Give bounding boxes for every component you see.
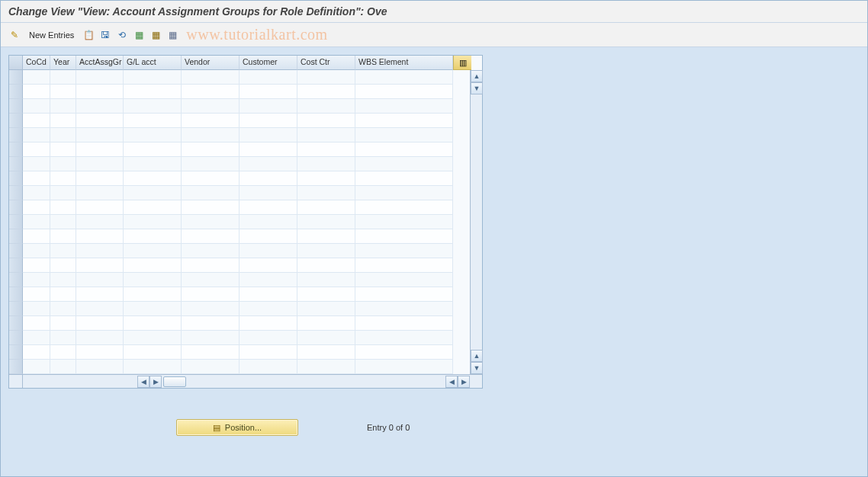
scroll-up-button[interactable]: ▲ — [471, 70, 483, 82]
cell[interactable] — [23, 70, 50, 85]
cell[interactable] — [355, 171, 453, 186]
col-header-customer[interactable]: Customer — [240, 56, 297, 70]
cell[interactable] — [182, 244, 240, 258]
row-selector[interactable] — [9, 244, 23, 258]
select-all-button[interactable] — [131, 27, 146, 43]
cell[interactable] — [124, 244, 182, 258]
row-selector[interactable] — [9, 316, 23, 331]
cell[interactable] — [297, 302, 355, 316]
cell[interactable] — [23, 316, 50, 331]
cell[interactable] — [50, 360, 76, 374]
cell[interactable] — [240, 186, 297, 200]
cell[interactable] — [240, 85, 297, 99]
cell[interactable] — [76, 229, 124, 244]
vscroll-track[interactable] — [471, 94, 482, 350]
row-selector[interactable] — [9, 200, 23, 215]
cell[interactable] — [76, 302, 124, 316]
cell[interactable] — [76, 186, 124, 200]
row-selector[interactable] — [9, 142, 23, 157]
cell[interactable] — [182, 157, 240, 171]
cell[interactable] — [297, 244, 355, 258]
cell[interactable] — [182, 215, 240, 229]
row-selector[interactable] — [9, 273, 23, 287]
cell[interactable] — [76, 360, 124, 374]
scroll-down2-button[interactable]: ▼ — [471, 362, 483, 374]
cell[interactable] — [124, 128, 182, 142]
cell[interactable] — [76, 316, 124, 331]
cell[interactable] — [124, 229, 182, 244]
row-selector[interactable] — [9, 70, 23, 85]
cell[interactable] — [50, 99, 76, 114]
cell[interactable] — [76, 142, 124, 157]
cell[interactable] — [23, 287, 50, 302]
cell[interactable] — [50, 316, 76, 331]
cell[interactable] — [240, 114, 297, 128]
cell[interactable] — [124, 331, 182, 345]
cell[interactable] — [50, 70, 76, 85]
cell[interactable] — [76, 345, 124, 360]
cell[interactable] — [240, 142, 297, 157]
cell[interactable] — [240, 345, 297, 360]
cell[interactable] — [124, 186, 182, 200]
cell[interactable] — [297, 258, 355, 273]
cell[interactable] — [297, 360, 355, 374]
cell[interactable] — [50, 157, 76, 171]
cell[interactable] — [182, 302, 240, 316]
cell[interactable] — [297, 157, 355, 171]
cell[interactable] — [355, 114, 453, 128]
cell[interactable] — [124, 302, 182, 316]
cell[interactable] — [50, 345, 76, 360]
cell[interactable] — [124, 200, 182, 215]
cell[interactable] — [240, 273, 297, 287]
col-header-acctassggr[interactable]: AcctAssgGr — [76, 56, 124, 70]
cell[interactable] — [124, 360, 182, 374]
cell[interactable] — [182, 128, 240, 142]
row-selector[interactable] — [9, 360, 23, 374]
cell[interactable] — [182, 142, 240, 157]
cell[interactable] — [182, 345, 240, 360]
cell[interactable] — [240, 215, 297, 229]
cell[interactable] — [297, 316, 355, 331]
cell[interactable] — [23, 157, 50, 171]
cell[interactable] — [23, 85, 50, 99]
cell[interactable] — [297, 331, 355, 345]
cell[interactable] — [182, 114, 240, 128]
cell[interactable] — [240, 302, 297, 316]
cell[interactable] — [182, 258, 240, 273]
row-selector[interactable] — [9, 114, 23, 128]
cell[interactable] — [23, 114, 50, 128]
cell[interactable] — [297, 215, 355, 229]
hscroll-left-button[interactable]: ◀ — [137, 376, 149, 388]
col-header-costctr[interactable]: Cost Ctr — [297, 56, 355, 70]
cell[interactable] — [240, 99, 297, 114]
cell[interactable] — [124, 99, 182, 114]
cell[interactable] — [355, 302, 453, 316]
cell[interactable] — [297, 200, 355, 215]
cell[interactable] — [50, 229, 76, 244]
cell[interactable] — [355, 229, 453, 244]
row-selector[interactable] — [9, 331, 23, 345]
cell[interactable] — [23, 345, 50, 360]
cell[interactable] — [182, 171, 240, 186]
row-selector[interactable] — [9, 287, 23, 302]
cell[interactable] — [23, 128, 50, 142]
cell[interactable] — [240, 200, 297, 215]
cell[interactable] — [76, 114, 124, 128]
cell[interactable] — [297, 171, 355, 186]
row-selector[interactable] — [9, 229, 23, 244]
hscroll-right-button[interactable]: ▶ — [149, 376, 162, 388]
cell[interactable] — [355, 244, 453, 258]
cell[interactable] — [23, 273, 50, 287]
cell[interactable] — [182, 316, 240, 331]
cell[interactable] — [240, 171, 297, 186]
cell[interactable] — [124, 171, 182, 186]
cell[interactable] — [23, 331, 50, 345]
row-selector[interactable] — [9, 171, 23, 186]
cell[interactable] — [50, 142, 76, 157]
cell[interactable] — [240, 316, 297, 331]
cell[interactable] — [355, 200, 453, 215]
row-selector[interactable] — [9, 345, 23, 360]
row-selector[interactable] — [9, 302, 23, 316]
cell[interactable] — [124, 114, 182, 128]
cell[interactable] — [76, 171, 124, 186]
